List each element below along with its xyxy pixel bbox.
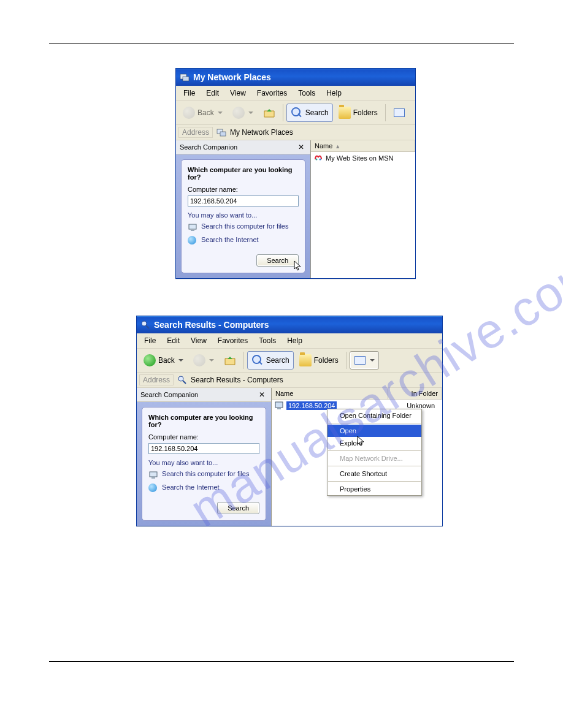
computer-name-label: Computer name: bbox=[188, 186, 299, 193]
menu-favorites[interactable]: Favorites bbox=[213, 335, 253, 346]
folder-up-icon bbox=[224, 354, 236, 366]
globe-icon bbox=[188, 236, 197, 246]
back-icon bbox=[144, 354, 156, 366]
back-button[interactable]: Back bbox=[139, 351, 188, 370]
menu-favorites[interactable]: Favorites bbox=[252, 88, 292, 99]
views-button[interactable] bbox=[350, 351, 379, 370]
search-submit-button[interactable]: Search bbox=[256, 254, 299, 267]
ctx-explore[interactable]: Explore bbox=[327, 437, 421, 449]
computer-name-input[interactable] bbox=[188, 195, 299, 207]
folders-button[interactable]: Folders bbox=[334, 104, 382, 122]
search-submit-button[interactable]: Search bbox=[217, 502, 259, 514]
column-in-folder[interactable]: In Folder bbox=[388, 388, 442, 399]
titlebar[interactable]: Search Results - Computers bbox=[137, 316, 442, 333]
views-button[interactable] bbox=[389, 104, 410, 122]
menu-view[interactable]: View bbox=[186, 335, 212, 346]
app-icon bbox=[140, 320, 150, 330]
forward-icon bbox=[232, 107, 245, 119]
menu-file[interactable]: File bbox=[139, 335, 161, 346]
computer-icon bbox=[274, 401, 284, 411]
menu-help[interactable]: Help bbox=[282, 335, 307, 346]
opt-search-internet[interactable]: Search the Internet bbox=[188, 236, 299, 246]
address-label: Address bbox=[139, 374, 174, 385]
address-bar: Address My Network Places bbox=[176, 125, 415, 140]
window-my-network-places: My Network Places File Edit View Favorit… bbox=[175, 68, 416, 279]
up-button[interactable] bbox=[220, 351, 240, 370]
address-value[interactable]: My Network Places bbox=[230, 128, 293, 137]
opt-search-files[interactable]: Search this computer for files bbox=[148, 470, 259, 480]
toolbar: Back Search Folders bbox=[137, 349, 442, 373]
search-hint: You may also want to... bbox=[188, 211, 299, 219]
svg-rect-10 bbox=[150, 472, 157, 477]
menubar: File Edit View Favorites Tools Help bbox=[176, 86, 415, 101]
close-icon[interactable]: ✕ bbox=[256, 390, 267, 399]
svg-rect-1 bbox=[183, 77, 189, 81]
ctx-properties[interactable]: Properties bbox=[327, 483, 421, 495]
forward-icon bbox=[193, 354, 205, 366]
column-name[interactable]: Name bbox=[272, 388, 388, 399]
chevron-down-icon bbox=[218, 112, 223, 114]
svg-rect-4 bbox=[189, 224, 196, 229]
menu-help[interactable]: Help bbox=[321, 88, 347, 99]
address-icon bbox=[216, 127, 226, 137]
folders-icon bbox=[299, 354, 312, 366]
ctx-map-drive: Map Network Drive... bbox=[327, 452, 421, 464]
opt-search-files[interactable]: Search this computer for files bbox=[188, 222, 299, 232]
views-icon bbox=[354, 354, 366, 366]
folders-button[interactable]: Folders bbox=[295, 351, 343, 370]
menu-tools[interactable]: Tools bbox=[254, 335, 281, 346]
menubar: File Edit View Favorites Tools Help bbox=[137, 333, 442, 349]
forward-button[interactable] bbox=[189, 351, 218, 370]
list-item[interactable]: My Web Sites on MSN bbox=[311, 152, 415, 164]
back-button[interactable]: Back bbox=[178, 104, 227, 122]
svg-rect-3 bbox=[220, 132, 226, 136]
window-title: Search Results - Computers bbox=[154, 320, 269, 330]
computer-name-label: Computer name: bbox=[148, 433, 259, 441]
search-button[interactable]: Search bbox=[247, 351, 294, 370]
list-area: Name In Folder 192.168.50.204 Unknown Op… bbox=[272, 388, 442, 526]
search-button[interactable]: Search bbox=[286, 104, 333, 122]
svg-rect-11 bbox=[151, 477, 155, 479]
app-icon bbox=[180, 72, 190, 82]
svg-point-9 bbox=[178, 376, 183, 381]
search-companion-pane: Search Companion ✕ Which computer are yo… bbox=[137, 388, 272, 526]
menu-view[interactable]: View bbox=[225, 88, 251, 99]
chevron-down-icon bbox=[248, 112, 253, 114]
views-icon bbox=[393, 107, 405, 119]
globe-icon bbox=[148, 483, 158, 493]
svg-point-8 bbox=[142, 321, 147, 326]
msn-icon bbox=[313, 153, 323, 163]
ctx-create-shortcut[interactable]: Create Shortcut bbox=[327, 468, 421, 480]
menu-edit[interactable]: Edit bbox=[162, 335, 185, 346]
folder-up-icon bbox=[263, 107, 275, 119]
address-label: Address bbox=[178, 127, 213, 138]
svg-point-6 bbox=[316, 159, 318, 161]
window-title: My Network Places bbox=[193, 72, 271, 82]
opt-search-internet[interactable]: Search the Internet bbox=[148, 483, 259, 493]
menu-tools[interactable]: Tools bbox=[293, 88, 320, 99]
search-icon bbox=[251, 354, 264, 366]
search-icon bbox=[291, 107, 303, 119]
window-search-results: Search Results - Computers File Edit Vie… bbox=[136, 316, 443, 526]
folders-icon bbox=[339, 107, 351, 119]
computer-icon bbox=[188, 222, 197, 232]
up-button[interactable] bbox=[259, 104, 280, 122]
column-name[interactable]: Name▲ bbox=[311, 140, 415, 151]
search-hint: You may also want to... bbox=[148, 459, 259, 466]
menu-file[interactable]: File bbox=[178, 88, 200, 99]
address-bar: Address Search Results - Computers bbox=[137, 373, 442, 388]
toolbar: Back Search Folders bbox=[176, 101, 415, 125]
menu-edit[interactable]: Edit bbox=[201, 88, 224, 99]
ctx-open-containing[interactable]: Open Containing Folder bbox=[327, 409, 421, 422]
close-icon[interactable]: ✕ bbox=[296, 143, 307, 151]
forward-button[interactable] bbox=[228, 104, 258, 122]
computer-icon bbox=[148, 470, 158, 480]
computer-name-input[interactable] bbox=[148, 443, 259, 454]
titlebar[interactable]: My Network Places bbox=[176, 69, 415, 86]
address-value[interactable]: Search Results - Computers bbox=[191, 376, 283, 384]
context-menu: Open Containing Folder Open Explore Map … bbox=[327, 409, 422, 496]
ctx-open[interactable]: Open bbox=[327, 425, 421, 437]
back-icon bbox=[183, 107, 195, 119]
chevron-down-icon bbox=[370, 359, 375, 362]
svg-rect-5 bbox=[191, 230, 194, 231]
